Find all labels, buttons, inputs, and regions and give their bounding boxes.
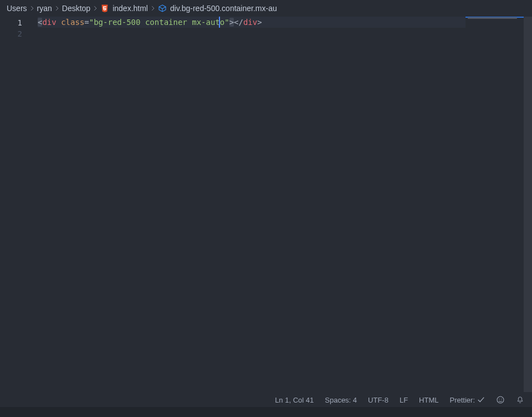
status-prettier-label: Prettier: — [449, 396, 475, 404]
vertical-scrollbar[interactable] — [524, 17, 532, 393]
tok-string: "bg-red-500 container mx-auto" — [89, 18, 229, 27]
tok-tag: div — [42, 18, 56, 27]
breadcrumb-seg-users[interactable]: Users — [7, 4, 27, 13]
code-line[interactable] — [38, 28, 524, 39]
breadcrumb-seg-desktop[interactable]: Desktop — [62, 4, 90, 13]
scrollbar-thumb[interactable] — [524, 17, 532, 392]
window-chrome-bottom — [0, 407, 532, 417]
status-indentation[interactable]: Spaces: 4 — [325, 396, 357, 404]
line-number: 1 — [0, 17, 33, 28]
svg-point-1 — [499, 399, 499, 399]
breadcrumb-seg-file[interactable]: index.html — [112, 4, 148, 13]
tok-bracket: > — [229, 18, 234, 27]
status-bar: Ln 1, Col 41 Spaces: 4 UTF-8 LF HTML Pre… — [0, 393, 532, 417]
status-eol[interactable]: LF — [400, 396, 408, 404]
minimap-line — [468, 17, 517, 19]
tok-attr: class — [61, 18, 84, 27]
html5-icon — [100, 4, 109, 13]
chevron-right-icon — [150, 6, 156, 11]
status-language[interactable]: HTML — [419, 396, 438, 404]
chevron-right-icon — [54, 6, 60, 11]
line-number: 2 — [0, 28, 33, 39]
tok-eq: = — [84, 18, 89, 27]
breadcrumb-seg-ryan[interactable]: ryan — [37, 4, 52, 13]
line-number-gutter: 1 2 — [0, 17, 33, 393]
status-encoding[interactable]: UTF-8 — [368, 396, 388, 404]
chevron-right-icon — [93, 6, 98, 11]
chevron-right-icon — [29, 6, 35, 11]
status-cursor-position[interactable]: Ln 1, Col 41 — [275, 396, 314, 404]
symbol-field-icon — [158, 4, 167, 13]
feedback-smiley-icon[interactable] — [496, 395, 505, 404]
minimap[interactable] — [466, 17, 524, 392]
check-icon — [477, 396, 485, 404]
tok-bracket: > — [257, 18, 262, 27]
svg-point-0 — [497, 396, 504, 403]
tok-tag: div — [243, 18, 257, 27]
svg-point-2 — [501, 399, 502, 399]
breadcrumb-seg-selector[interactable]: div.bg-red-500.container.mx-au — [170, 4, 277, 13]
notifications-bell-icon[interactable] — [516, 396, 524, 404]
breadcrumb: Users ryan Desktop index.html div.bg-red… — [0, 0, 532, 17]
text-cursor — [219, 17, 220, 28]
code-line[interactable]: <div class="bg-red-500 container mx-auto… — [38, 17, 524, 28]
code-area[interactable]: <div class="bg-red-500 container mx-auto… — [33, 17, 524, 393]
status-prettier[interactable]: Prettier: — [449, 396, 485, 404]
tok-bracket: </ — [234, 18, 243, 27]
tok-space — [57, 18, 61, 27]
editor[interactable]: 1 2 <div class="bg-red-500 container mx-… — [0, 17, 524, 393]
